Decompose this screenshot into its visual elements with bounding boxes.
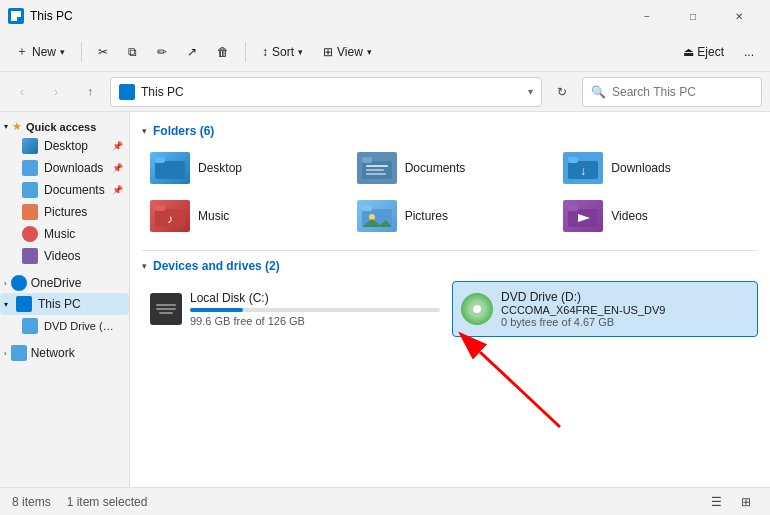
eject-button[interactable]: ⏏ Eject: [675, 37, 732, 67]
svg-rect-5: [366, 169, 384, 171]
drives-title: Devices and drives (2): [153, 259, 280, 273]
folders-chevron-icon: ▾: [142, 126, 147, 136]
copy-button[interactable]: ⧉: [120, 37, 145, 67]
folder-videos-name: Videos: [611, 209, 647, 223]
separator-2: [245, 42, 246, 62]
rename-button[interactable]: ✏: [149, 37, 175, 67]
folder-music[interactable]: ♪ Music: [142, 194, 345, 238]
sidebar-item-pictures-label: Pictures: [44, 205, 87, 219]
sidebar-item-music[interactable]: Music: [0, 223, 129, 245]
drives-section-header[interactable]: ▾ Devices and drives (2): [142, 259, 758, 273]
title-bar-controls: − □ ✕: [624, 0, 762, 32]
grid-view-button[interactable]: ⊞: [734, 490, 758, 514]
thispc-icon: [16, 296, 32, 312]
sidebar-item-videos[interactable]: Videos: [0, 245, 129, 267]
sort-button[interactable]: ↕ Sort ▾: [254, 37, 311, 67]
title-bar-left: This PC: [8, 8, 73, 24]
sidebar-item-pictures[interactable]: Pictures: [0, 201, 129, 223]
svg-line-21: [480, 352, 560, 427]
folder-pictures-name: Pictures: [405, 209, 448, 223]
address-path[interactable]: This PC ▾: [110, 77, 542, 107]
sidebar-item-documents-label: Documents: [44, 183, 105, 197]
more-icon: ...: [744, 45, 754, 59]
folder-documents[interactable]: Documents: [349, 146, 552, 190]
sidebar-item-desktop[interactable]: Desktop 📌: [0, 135, 129, 157]
folder-videos[interactable]: Videos: [555, 194, 758, 238]
onedrive-icon: [11, 275, 27, 291]
toolbar: ＋ New ▾ ✂ ⧉ ✏ ↗ 🗑 ↕ Sort ▾ ⊞ View ▾ ⏏ Ej…: [0, 32, 770, 72]
desktop-icon: [22, 138, 38, 154]
share-button[interactable]: ↗: [179, 37, 205, 67]
up-button[interactable]: ↑: [76, 78, 104, 106]
window-icon: [8, 8, 24, 24]
cut-button[interactable]: ✂: [90, 37, 116, 67]
folder-desktop-icon: [150, 152, 190, 184]
copy-icon: ⧉: [128, 45, 137, 59]
folder-downloads-icon: ↓: [563, 152, 603, 184]
search-input[interactable]: [612, 85, 762, 99]
folder-videos-icon: [563, 200, 603, 232]
network-chevron-icon: ›: [4, 349, 7, 358]
pin-icon-3: 📌: [112, 185, 123, 195]
drive-dvd[interactable]: DVD Drive (D:) CCCOMA_X64FRE_EN-US_DV9 0…: [452, 281, 758, 337]
svg-rect-0: [155, 161, 185, 179]
sidebar-item-downloads-label: Downloads: [44, 161, 103, 175]
maximize-button[interactable]: □: [670, 0, 716, 32]
dvd-drive-subtitle: CCCOMA_X64FRE_EN-US_DV9: [501, 304, 749, 316]
list-view-button[interactable]: ☰: [704, 490, 728, 514]
content-area: ▾ Folders (6) Desktop Documents ↓: [130, 112, 770, 487]
more-button[interactable]: ...: [736, 37, 762, 67]
onedrive-chevron-icon: ›: [4, 279, 7, 288]
pin-icon: 📌: [112, 141, 123, 151]
sidebar-item-documents[interactable]: Documents 📌: [0, 179, 129, 201]
title-bar: This PC − □ ✕: [0, 0, 770, 32]
local-disk-bar-container: [190, 308, 440, 312]
sidebar-item-desktop-label: Desktop: [44, 139, 88, 153]
network-header[interactable]: › Network: [0, 341, 129, 363]
view-icon: ⊞: [323, 45, 333, 59]
forward-button[interactable]: ›: [42, 78, 70, 106]
back-button[interactable]: ‹: [8, 78, 36, 106]
pin-icon-2: 📌: [112, 163, 123, 173]
folder-downloads-name: Downloads: [611, 161, 670, 175]
folders-title: Folders (6): [153, 124, 214, 138]
folder-documents-name: Documents: [405, 161, 466, 175]
cut-icon: ✂: [98, 45, 108, 59]
sidebar-item-downloads[interactable]: Downloads 📌: [0, 157, 129, 179]
sort-icon: ↕: [262, 45, 268, 59]
refresh-button[interactable]: ↻: [548, 78, 576, 106]
folder-pictures-icon: [357, 200, 397, 232]
new-button[interactable]: ＋ New ▾: [8, 37, 73, 67]
videos-icon: [22, 248, 38, 264]
window-title: This PC: [30, 9, 73, 23]
sort-chevron-icon: ▾: [298, 47, 303, 57]
sidebar-item-dvddrive[interactable]: DVD Drive (D:) CCCО: [0, 315, 129, 337]
drive-local-disk[interactable]: Local Disk (C:) 99.6 GB free of 126 GB: [142, 281, 448, 337]
dvd-drive-size: 0 bytes free of 4.67 GB: [501, 316, 749, 328]
folder-pictures[interactable]: Pictures: [349, 194, 552, 238]
onedrive-header[interactable]: › OneDrive: [0, 271, 129, 293]
folder-downloads[interactable]: ↓ Downloads: [555, 146, 758, 190]
svg-rect-4: [366, 165, 388, 167]
view-button[interactable]: ⊞ View ▾: [315, 37, 380, 67]
path-text: This PC: [141, 85, 522, 99]
local-disk-icon: [150, 293, 182, 325]
path-chevron-icon: ▾: [528, 86, 533, 97]
item-count: 8 items: [12, 495, 51, 509]
section-divider: [142, 250, 758, 251]
close-button[interactable]: ✕: [716, 0, 762, 32]
new-chevron-icon: ▾: [60, 47, 65, 57]
svg-rect-11: [155, 205, 165, 211]
documents-icon: [22, 182, 38, 198]
svg-text:♪: ♪: [167, 212, 173, 226]
folder-desktop[interactable]: Desktop: [142, 146, 345, 190]
selected-count: 1 item selected: [67, 495, 148, 509]
search-box[interactable]: 🔍: [582, 77, 762, 107]
minimize-button[interactable]: −: [624, 0, 670, 32]
local-disk-info: Local Disk (C:) 99.6 GB free of 126 GB: [190, 291, 440, 327]
sidebar-item-thispc[interactable]: ▾ This PC: [0, 293, 129, 315]
folders-section-header[interactable]: ▾ Folders (6): [142, 124, 758, 138]
delete-button[interactable]: 🗑: [209, 37, 237, 67]
quick-access-header[interactable]: ▾ ★ Quick access: [0, 116, 129, 135]
dvd-drive-info: DVD Drive (D:) CCCOMA_X64FRE_EN-US_DV9 0…: [501, 290, 749, 328]
